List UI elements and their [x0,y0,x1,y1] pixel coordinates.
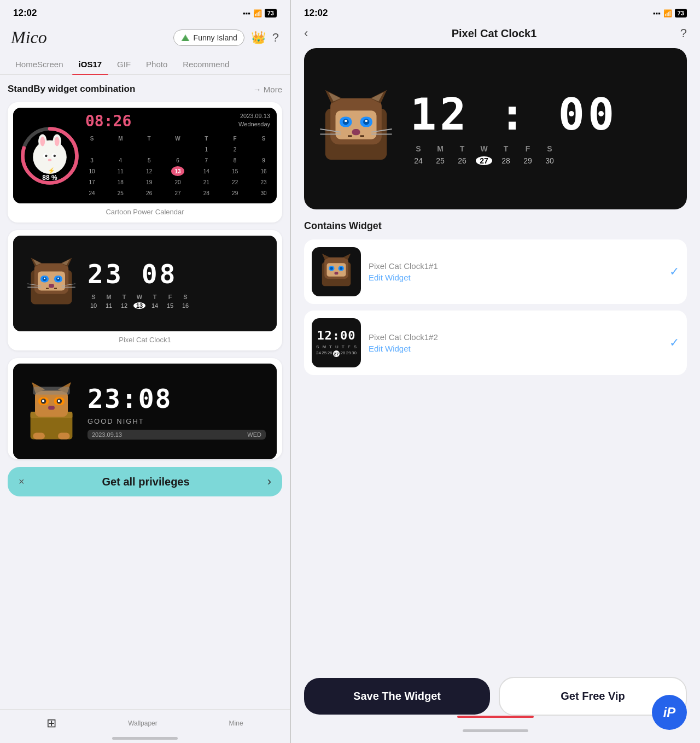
preview-clock-section: 12 : 00 S M T W T F S 24 25 26 27 28 29 [410,93,676,165]
header-right: Funny Island 👑 ? [173,30,279,46]
svg-rect-80 [335,272,339,274]
pixel-cat-left [24,256,79,311]
left-content: StandBy widget combination → More [0,75,290,709]
widget-preview-1: ⚡ 88 % 08:26 2023.09.13 Wednesday [13,108,277,203]
widget-item-1[interactable]: Pixel Cat Clock1#1 Edit Widget ✓ [304,239,687,304]
thumb-cat-1 [317,253,355,291]
clock-info-2: 23 08 S M T W T F S 10 11 [88,259,266,309]
back-btn[interactable]: ‹ [304,26,308,40]
save-widget-btn[interactable]: Save The Widget [304,678,490,715]
widget-item-name-1: Pixel Cat Clock1#1 [369,261,662,271]
widget-preview-3: 23:08 GOOD NIGHT 2023.09.13 WED [13,364,277,459]
svg-rect-63 [365,120,368,122]
privilege-text: Get all privileges [102,476,190,488]
svg-rect-30 [46,288,49,289]
preview-big-clock: 12 : 00 [410,93,676,137]
close-privilege-btn[interactable]: × [19,476,25,488]
svg-rect-62 [345,120,347,122]
home-indicator-right [463,729,528,732]
svg-rect-46 [42,400,44,402]
svg-point-9 [55,136,60,146]
svg-rect-28 [57,277,59,279]
preview-cat-img [315,88,397,170]
widget-item-name-2: Pixel Cat Clock1#2 [369,332,662,342]
nav-wallpaper[interactable]: Wallpaper [128,719,158,727]
signal-icon: ▪▪▪ [243,9,250,17]
mine-label: Mine [229,719,243,727]
crown-icon[interactable]: 👑 [251,31,266,45]
widget2-inner: 23 08 S M T W T F S 10 11 [13,236,277,331]
right-help-icon[interactable]: ? [680,26,687,40]
section-header: StandBy widget combination → More [8,84,282,95]
right-battery: 73 [675,9,687,17]
right-status-bar: 12:02 ▪▪▪ 📶 73 [291,0,700,23]
tabs-row: HomeScreen iOS17 GIF Photo Recommend [0,54,290,75]
more-link[interactable]: → More [253,85,282,94]
right-time: 12:02 [304,8,328,19]
left-header: Mico Funny Island 👑 ? [0,23,290,54]
right-header: ‹ Pixel Cat Clock1 ? [291,23,700,48]
island-badge[interactable]: Funny Island [173,30,244,46]
night-big-clock: 23:08 [88,383,266,414]
svg-point-14 [48,159,52,161]
preview-date-row: 24 25 26 27 28 29 30 [410,156,676,165]
app-logo: Mico [11,27,47,48]
week-row-2: S M T W T F S [88,294,266,300]
help-icon[interactable]: ? [272,31,279,45]
good-night-text: GOOD NIGHT [88,417,266,425]
wallpaper-label: Wallpaper [128,719,158,727]
svg-rect-27 [44,277,45,279]
svg-point-13 [54,154,56,156]
right-panel: 12:02 ▪▪▪ 📶 73 ‹ Pixel Cat Clock1 ? [291,0,700,743]
svg-point-8 [40,136,45,146]
bunny-circle: ⚡ 88 % [20,126,80,186]
left-status-bar: 12:02 ▪▪▪ 📶 73 [0,0,290,23]
widget-nav-icon: ⊞ [46,716,56,730]
tab-photo[interactable]: Photo [139,54,174,74]
night-clock-info: 23:08 GOOD NIGHT 2023.09.13 WED [88,383,266,440]
bottom-buttons: Save The Widget Get Free Vip [304,677,687,716]
night-cat-img [24,379,79,444]
contains-title: Contains Widget [304,220,687,232]
check-icon-2: ✓ [669,336,679,350]
preview-card: 12 : 00 S M T W T F S 24 25 26 27 28 29 [304,48,687,209]
right-title: Pixel Cat Clock1 [452,27,537,40]
tab-gif[interactable]: GIF [110,54,137,74]
tab-ios17[interactable]: iOS17 [72,54,109,74]
widget-item-info-1: Pixel Cat Clock1#1 Edit Widget [369,261,662,282]
widget1-label: Cartoon Power Calendar [8,203,282,223]
contains-section: Contains Widget [291,220,700,382]
widget-edit-link-2[interactable]: Edit Widget [369,344,662,353]
bottom-nav: ⊞ Wallpaper Mine [0,709,290,735]
nav-widget[interactable]: ⊞ [46,716,56,730]
preview-inner: 12 : 00 S M T W T F S 24 25 26 27 28 29 [315,88,676,170]
widget2-label: Pixel Cat Clock1 [8,331,282,350]
preview-week-row: S M T W T F S [410,144,676,153]
svg-rect-66 [360,135,365,137]
svg-rect-65 [348,135,352,137]
widget-item-2[interactable]: 12:00 S M T U T F S 24 25 26 27 [304,311,687,375]
battery-indicator: 73 [265,9,277,17]
widget-card-3[interactable]: 23:08 GOOD NIGHT 2023.09.13 WED [8,358,282,459]
widget-card-1[interactable]: ⚡ 88 % 08:26 2023.09.13 Wednesday [8,102,282,223]
svg-rect-49 [33,432,45,439]
tab-homescreen[interactable]: HomeScreen [9,54,70,74]
tab-recommend[interactable]: Recommend [176,54,236,74]
widget-card-2[interactable]: 23 08 S M T W T F S 10 11 [8,230,282,350]
widget1-inner: ⚡ 88 % 08:26 2023.09.13 Wednesday [13,108,277,203]
widget-edit-link-1[interactable]: Edit Widget [369,273,662,282]
thumb2-clock: 12:00 [315,329,358,342]
privilege-arrow[interactable]: › [267,475,271,489]
thumb2-week: S M T U T F S [315,344,358,349]
widget3-inner: 23:08 GOOD NIGHT 2023.09.13 WED [13,364,277,459]
svg-rect-47 [58,400,60,402]
privilege-banner[interactable]: × Get all privileges › [8,467,282,496]
widget-preview-2: 23 08 S M T W T F S 10 11 [13,236,277,331]
svg-rect-31 [54,288,57,289]
island-label: Funny Island [194,33,237,42]
nav-mine[interactable]: Mine [229,719,243,727]
battery-text: 88 % [42,174,57,182]
wifi-icon: 📶 [253,9,262,17]
home-indicator-left [112,737,178,740]
bottom-tab-indicator [457,716,534,718]
